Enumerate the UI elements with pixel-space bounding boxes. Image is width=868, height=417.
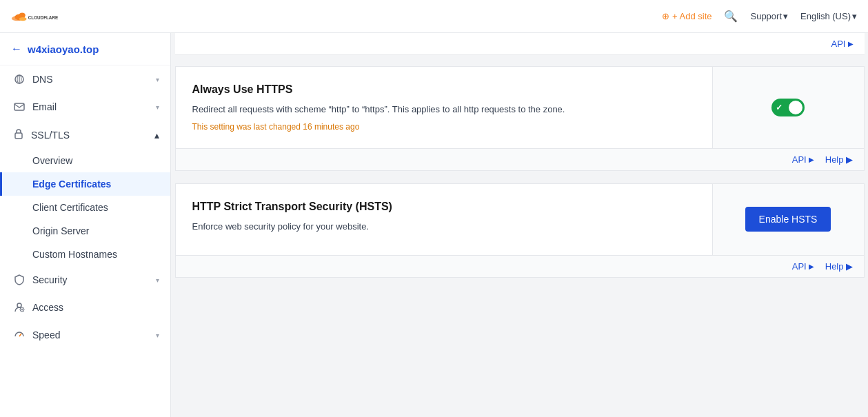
content-area: API ▶ Always Use HTTPS Redirect all requ… [175,33,865,278]
main-content: API ▶ Always Use HTTPS Redirect all requ… [171,33,868,417]
hsts-api-link[interactable]: API ▶ [792,261,814,272]
dns-item-left: DNS [13,73,53,85]
security-chevron-icon: ▾ [156,276,159,284]
sidebar-item-access[interactable]: Access [0,294,170,321]
svg-rect-9 [15,133,22,139]
hsts-help-label: Help [825,261,844,272]
origin-server-label: Origin Server [32,225,89,236]
speed-label: Speed [32,329,60,340]
sidebar-item-dns[interactable]: DNS ▾ [0,65,170,93]
cloudflare-logo[interactable]: CLOUDFLARE [11,6,73,27]
speed-item-left: Speed [13,329,60,341]
card-footer: API ▶ Help ▶ [176,148,864,170]
always-https-toggle[interactable]: ✓ [771,99,805,116]
card-title: Always Use HTTPS [192,83,696,96]
domain-label: w4xiaoyao.top [28,43,99,55]
hsts-card-footer: API ▶ Help ▶ [176,255,864,277]
sidebar-item-security[interactable]: Security ▾ [0,266,170,294]
sidebar-submenu-origin-server[interactable]: Origin Server [0,219,170,243]
access-icon [13,301,26,314]
sidebar-submenu-overview[interactable]: Overview [0,149,170,172]
svg-point-3 [19,17,27,20]
card-always-use-https: Always Use HTTPS Redirect all requests w… [175,66,865,171]
svg-point-10 [17,303,21,307]
help-label: Help [825,154,844,165]
hsts-card-inner: HTTP Strict Transport Security (HSTS) En… [176,184,864,256]
client-certificates-label: Client Certificates [32,202,108,213]
toggle-check-icon: ✓ [776,103,783,112]
sidebar-submenu-client-certificates[interactable]: Client Certificates [0,196,170,219]
api-bar-top: API ▶ [175,33,865,55]
edge-certificates-label: Edge Certificates [32,179,111,190]
dns-icon [13,73,26,85]
card-action-toggle: ✓ [712,67,864,148]
svg-line-12 [19,334,21,336]
help-triangle-icon: ▶ [846,154,853,165]
sidebar-item-speed[interactable]: Speed ▾ [0,321,170,349]
hsts-card-description: Enforce web security policy for your web… [192,220,696,234]
add-site-button[interactable]: ⊕ + Add site [662,11,711,21]
add-site-label: + Add site [672,11,711,21]
support-chevron-icon: ▾ [783,11,788,21]
api-top-link[interactable]: API ▶ [831,39,854,49]
api-top-triangle-icon: ▶ [848,40,854,48]
api-triangle-icon: ▶ [809,156,814,163]
ssl-item-left: SSL/TLS [13,128,70,141]
topnav-right: ⊕ + Add site 🔍 Support ▾ English (US) ▾ [662,10,857,23]
card-inner: Always Use HTTPS Redirect all requests w… [176,67,864,148]
language-dropdown[interactable]: English (US) ▾ [800,11,857,21]
sidebar: ← w4xiaoyao.top DNS ▾ Email ▾ [0,33,171,417]
lock-icon [13,128,24,141]
speed-chevron-icon: ▾ [156,332,159,339]
email-chevron-icon: ▾ [156,103,159,111]
layout: ← w4xiaoyao.top DNS ▾ Email ▾ [0,33,868,417]
support-dropdown[interactable]: Support ▾ [750,11,788,21]
access-label: Access [32,302,63,313]
api-label: API [792,154,807,165]
card-description: Redirect all requests with scheme “http”… [192,103,696,116]
api-top-label: API [831,39,846,49]
ssl-submenu: Overview Edge Certificates Client Certif… [0,149,170,266]
svg-text:CLOUDFLARE: CLOUDFLARE [28,14,58,19]
back-arrow-icon: ← [11,43,22,55]
hsts-help-link[interactable]: Help ▶ [825,261,853,272]
search-icon[interactable]: 🔍 [724,10,738,23]
hsts-card-content: HTTP Strict Transport Security (HSTS) En… [176,184,712,256]
ssl-tls-label: SSL/TLS [31,130,70,141]
topnav: CLOUDFLARE ⊕ + Add site 🔍 Support ▾ Engl… [0,0,868,33]
shield-icon [13,274,26,286]
custom-hostnames-label: Custom Hostnames [32,249,117,260]
hsts-help-triangle-icon: ▶ [846,261,853,272]
ssl-chevron-icon: ▴ [154,130,159,141]
sidebar-submenu-edge-certificates[interactable]: Edge Certificates [0,172,170,196]
dns-label: DNS [32,74,53,85]
sidebar-submenu-custom-hostnames[interactable]: Custom Hostnames [0,243,170,266]
email-label: Email [32,101,57,112]
card-timestamp: This setting was last changed 16 minutes… [192,122,696,132]
email-icon [13,101,26,113]
support-label: Support [750,11,782,21]
sidebar-back-domain[interactable]: ← w4xiaoyao.top [0,33,170,65]
overview-label: Overview [32,155,72,166]
card-api-link[interactable]: API ▶ [792,154,814,165]
security-label: Security [32,274,68,285]
card-content: Always Use HTTPS Redirect all requests w… [176,67,712,148]
svg-rect-8 [14,103,24,110]
hsts-card-title: HTTP Strict Transport Security (HSTS) [192,201,696,213]
card-hsts: HTTP Strict Transport Security (HSTS) En… [175,183,865,278]
speed-icon [13,329,26,341]
email-item-left: Email [13,101,57,113]
security-item-left: Security [13,274,68,286]
hsts-card-action: Enable HSTS [712,184,864,256]
hsts-api-triangle-icon: ▶ [809,263,814,270]
sidebar-item-ssl-tls[interactable]: SSL/TLS ▴ [0,121,170,149]
card-help-link[interactable]: Help ▶ [825,154,853,165]
hsts-api-label: API [792,261,807,272]
language-chevron-icon: ▾ [852,11,857,21]
access-item-left: Access [13,301,63,314]
toggle-knob [789,101,803,114]
add-site-icon: ⊕ [662,11,669,21]
section-gap [175,172,865,183]
sidebar-item-email[interactable]: Email ▾ [0,93,170,121]
enable-hsts-button[interactable]: Enable HSTS [745,207,831,232]
